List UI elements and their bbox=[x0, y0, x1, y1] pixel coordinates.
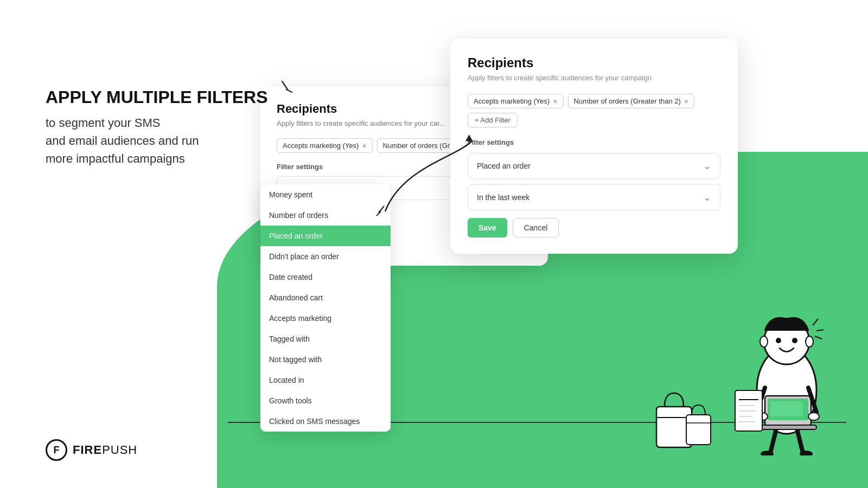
filter-dropdown-menu: Money spent Number of orders Placed an o… bbox=[260, 184, 391, 432]
main-heading: APPLY MULTIPLE FILTERS bbox=[46, 87, 268, 107]
logo-text: FIREPUSH bbox=[73, 443, 137, 457]
logo-icon: F bbox=[46, 439, 67, 461]
panel-front-subtitle: Apply filters to create specific audienc… bbox=[468, 74, 720, 82]
svg-point-7 bbox=[792, 338, 797, 343]
svg-rect-27 bbox=[686, 415, 711, 445]
dropdown-item-money-spent[interactable]: Money spent bbox=[260, 184, 391, 205]
dropdown-item-clicked-sms[interactable]: Clicked on SMS messages bbox=[260, 411, 391, 432]
panel-front-title: Recipients bbox=[468, 55, 720, 70]
svg-rect-12 bbox=[770, 401, 803, 416]
svg-line-18 bbox=[770, 431, 776, 453]
svg-rect-13 bbox=[760, 425, 816, 429]
dropdown-item-accepts-marketing[interactable]: Accepts marketing bbox=[260, 308, 391, 329]
dropdown-item-located-in[interactable]: Located in bbox=[260, 370, 391, 390]
sub-text: to segment your SMS and email audiences … bbox=[46, 114, 268, 168]
svg-line-19 bbox=[797, 431, 803, 453]
dropdown-item-growth-tools[interactable]: Growth tools bbox=[260, 390, 391, 411]
close-icon[interactable]: × bbox=[684, 98, 688, 105]
chevron-down-icon: ⌄ bbox=[703, 191, 711, 203]
chevron-down-icon: ⌄ bbox=[703, 160, 711, 172]
front-filter-tags: Accepts marketing (Yes) × Number of orde… bbox=[468, 94, 720, 127]
action-buttons: Save Cancel bbox=[468, 218, 720, 237]
filter-settings-title: Filter settings bbox=[468, 138, 720, 146]
close-icon[interactable]: × bbox=[553, 98, 557, 105]
back-tag-marketing: Accepts marketing (Yes) × bbox=[277, 138, 373, 153]
dropdown-item-number-orders[interactable]: Number of orders bbox=[260, 205, 391, 226]
dropdown-item-not-tagged[interactable]: Not tagged with bbox=[260, 349, 391, 370]
svg-line-24 bbox=[815, 336, 822, 339]
add-filter-button[interactable]: + Add Filter bbox=[468, 113, 518, 127]
svg-point-6 bbox=[776, 338, 781, 343]
receipt-illustration bbox=[732, 388, 765, 436]
svg-line-3 bbox=[286, 89, 292, 92]
deco-lines-top bbox=[271, 79, 293, 106]
placed-order-dropdown[interactable]: Placed an order ⌄ bbox=[468, 153, 720, 179]
svg-line-22 bbox=[813, 319, 818, 325]
front-tag-marketing: Accepts marketing (Yes) × bbox=[468, 94, 564, 108]
shopping-bags-illustration bbox=[651, 382, 716, 453]
dropdown-item-date-created[interactable]: Date created bbox=[260, 267, 391, 287]
dropdown-item-didnt-place[interactable]: Didn't place an order bbox=[260, 246, 391, 267]
svg-line-2 bbox=[282, 81, 288, 89]
dropdown-item-tagged-with[interactable]: Tagged with bbox=[260, 329, 391, 349]
svg-point-9 bbox=[806, 336, 813, 347]
period-dropdown[interactable]: In the last week ⌄ bbox=[468, 184, 720, 210]
cancel-button[interactable]: Cancel bbox=[513, 218, 559, 237]
panel-front: Recipients Apply filters to create speci… bbox=[450, 39, 738, 254]
filter-settings-section: Filter settings Placed an order ⌄ In the… bbox=[468, 138, 720, 237]
close-icon[interactable]: × bbox=[362, 142, 366, 150]
dropdown-item-abandoned-cart[interactable]: Abandoned cart bbox=[260, 287, 391, 308]
front-tag-orders: Number of orders (Greater than 2) × bbox=[568, 94, 694, 108]
svg-point-8 bbox=[760, 336, 768, 347]
left-section: APPLY MULTIPLE FILTERS to segment your S… bbox=[46, 87, 268, 168]
svg-point-17 bbox=[808, 413, 819, 420]
save-button[interactable]: Save bbox=[468, 218, 507, 237]
dropdown-item-placed-order[interactable]: Placed an order bbox=[260, 226, 391, 246]
svg-line-23 bbox=[816, 330, 824, 331]
logo: F FIREPUSH bbox=[46, 439, 137, 461]
